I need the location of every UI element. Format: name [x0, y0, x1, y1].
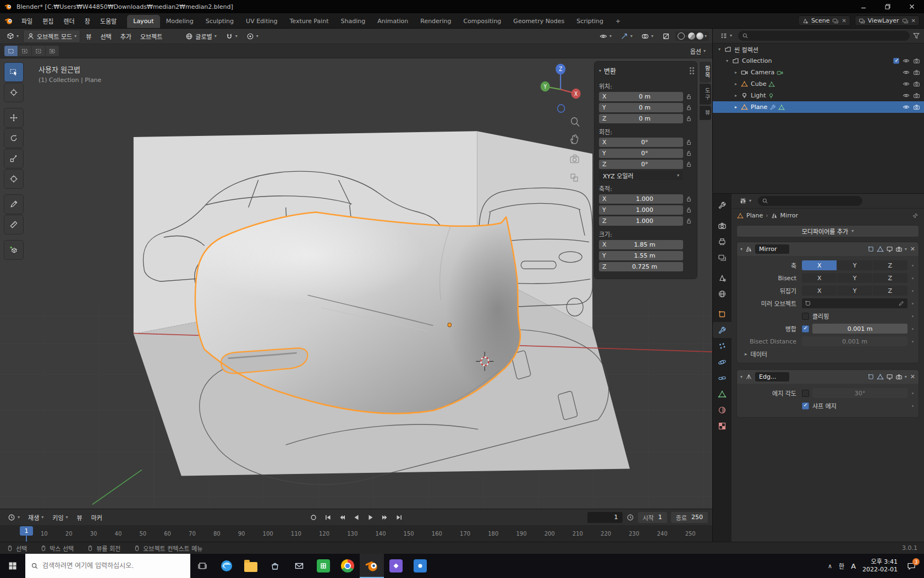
outliner-row-scene-collection[interactable]: ▾ 씬 컬렉션: [713, 43, 924, 55]
cursor-tool[interactable]: [4, 83, 23, 102]
rotate-tool[interactable]: [4, 129, 23, 148]
green-app-icon[interactable]: [311, 554, 336, 578]
viewport-menu-item[interactable]: 선택: [96, 30, 116, 43]
menu-item[interactable]: 창: [80, 14, 95, 28]
mirror-modifier-header[interactable]: ▾ Mirror ▾ ✕: [737, 242, 919, 256]
bisect-distance-field[interactable]: 0.001 m: [802, 336, 908, 346]
jump-to-start-button[interactable]: [321, 512, 334, 523]
delete-modifier-icon[interactable]: ✕: [910, 246, 915, 253]
play-button[interactable]: [364, 512, 377, 523]
display-in-editmode-icon[interactable]: [877, 373, 884, 380]
frame-start-field[interactable]: 시작1: [638, 512, 667, 523]
data-section-toggle[interactable]: ▸ 데이터: [737, 348, 916, 358]
tray-expand-icon[interactable]: ∧: [828, 563, 832, 570]
delete-modifier-icon[interactable]: ✕: [910, 373, 915, 380]
tab-material[interactable]: [713, 402, 732, 418]
playhead-marker[interactable]: 1: [20, 526, 33, 536]
modifier-name-field[interactable]: Edg...: [755, 372, 789, 381]
transform-panel-header[interactable]: ▾변환: [599, 65, 692, 78]
lock-icon[interactable]: [685, 206, 692, 214]
workspace-tab[interactable]: Rendering: [414, 15, 457, 28]
tab-constraints[interactable]: [713, 370, 732, 386]
viewport-menu-item[interactable]: 뷰: [81, 30, 96, 43]
panel-grip-icon[interactable]: [690, 70, 691, 72]
auto-keying-button[interactable]: [307, 512, 320, 523]
modifier-extras-icon[interactable]: ▾: [905, 375, 907, 379]
disable-render-icon[interactable]: [913, 69, 920, 76]
new-viewlayer-icon[interactable]: [902, 18, 909, 24]
lock-icon[interactable]: [685, 161, 692, 168]
restore-button[interactable]: [876, 0, 900, 13]
search-input[interactable]: [42, 562, 185, 570]
annotate-tool[interactable]: [4, 195, 23, 214]
snap-magnet-toggle[interactable]: ▾: [222, 31, 241, 42]
purple-app-icon[interactable]: [384, 554, 408, 578]
disable-render-icon[interactable]: [913, 92, 920, 99]
gizmo-toggle[interactable]: ▾: [617, 31, 636, 42]
timeline-menu-marker[interactable]: 마커: [87, 511, 106, 524]
add-modifier-button[interactable]: 모디파이어를 추가▾: [736, 225, 919, 237]
workspace-tab[interactable]: +: [609, 15, 626, 28]
outliner-filter-icon[interactable]: [912, 32, 920, 40]
lock-icon[interactable]: [685, 115, 692, 122]
mail-icon[interactable]: [287, 554, 311, 578]
tab-object-data[interactable]: [713, 386, 732, 402]
file-explorer-icon[interactable]: [239, 554, 263, 578]
menu-item[interactable]: 도움말: [95, 14, 122, 28]
use-preview-range-icon[interactable]: [626, 514, 634, 521]
axis-y-button[interactable]: Y: [837, 260, 872, 270]
workspace-tab[interactable]: Sculpting: [200, 15, 240, 28]
outliner-row-camera[interactable]: ▸ Camera: [713, 67, 924, 78]
task-view-button[interactable]: [190, 554, 215, 578]
disable-render-icon[interactable]: [913, 103, 920, 111]
workspace-tab[interactable]: UV Editing: [240, 15, 283, 28]
display-in-editmode-icon[interactable]: [877, 246, 884, 253]
modifier-name-field[interactable]: Mirror: [755, 244, 789, 254]
mode-dropdown[interactable]: 오브젝트 모드▾: [23, 30, 80, 43]
lock-icon[interactable]: [685, 195, 692, 203]
ime-korean-indicator[interactable]: 한: [839, 561, 844, 570]
action-center-button[interactable]: 3: [904, 559, 919, 573]
unlink-scene-icon[interactable]: ✕: [842, 18, 846, 24]
workspace-tab[interactable]: Shading: [334, 15, 371, 28]
flip-x-button[interactable]: X: [802, 286, 837, 296]
taskbar-search[interactable]: [25, 554, 190, 578]
timeline-editor-type-button[interactable]: ▾: [4, 512, 23, 523]
tab-view-layer[interactable]: [713, 249, 732, 265]
editor-type-button[interactable]: ▾: [3, 31, 22, 42]
photos-app-icon[interactable]: [408, 554, 432, 578]
proportional-edit-toggle[interactable]: ▾: [243, 31, 262, 42]
xray-toggle[interactable]: [659, 31, 673, 42]
shading-wireframe-icon[interactable]: [678, 32, 685, 40]
outliner-row-cube[interactable]: ▸ Cube: [713, 78, 924, 90]
bisect-x-button[interactable]: X: [802, 273, 837, 283]
breadcrumb-object[interactable]: Plane: [746, 212, 763, 219]
add-cube-tool[interactable]: [4, 241, 23, 259]
viewport-menu-item[interactable]: 추가: [116, 30, 136, 43]
gizmo-negative-z-axis[interactable]: [558, 105, 565, 112]
lock-icon[interactable]: [685, 150, 692, 157]
location-field[interactable]: X0 m: [599, 92, 683, 101]
sidebar-tab[interactable]: 도구: [700, 84, 711, 105]
pin-icon[interactable]: [912, 212, 919, 219]
workspace-tab[interactable]: Animation: [371, 15, 414, 28]
rotation-mode-dropdown[interactable]: XYZ 오일러▾: [599, 171, 683, 180]
window-titlebar[interactable]: Blender* [C:₩Users₩W44850₩Downloads₩medi…: [0, 0, 924, 13]
move-tool[interactable]: [4, 108, 23, 127]
scene-selector[interactable]: Scene ✕: [798, 15, 850, 26]
bisect-z-button[interactable]: Z: [873, 273, 908, 283]
display-realtime-icon[interactable]: [886, 246, 893, 253]
workspace-tab[interactable]: Compositing: [457, 15, 507, 28]
workspace-tab[interactable]: Geometry Nodes: [507, 15, 570, 28]
tab-texture[interactable]: [713, 418, 732, 434]
workspace-tab[interactable]: Scripting: [570, 15, 609, 28]
tab-output[interactable]: [713, 233, 732, 249]
edge-browser-icon[interactable]: [215, 554, 239, 578]
shading-rendered-icon[interactable]: [696, 32, 703, 40]
properties-editor-type-button[interactable]: ▾: [736, 195, 755, 206]
scale-tool[interactable]: [4, 149, 23, 168]
hide-eye-icon[interactable]: [903, 92, 910, 99]
tab-object[interactable]: [713, 306, 732, 322]
display-on-cage-icon[interactable]: [867, 373, 875, 380]
axis-x-button[interactable]: X: [802, 260, 837, 270]
